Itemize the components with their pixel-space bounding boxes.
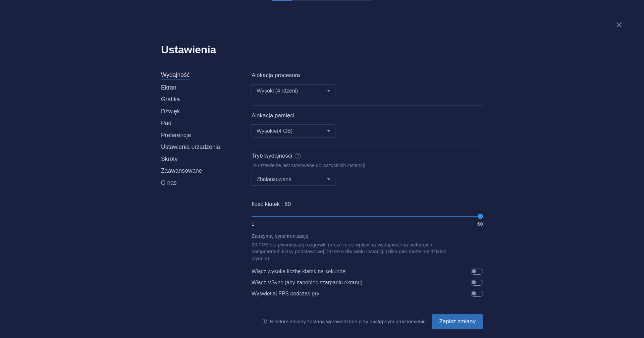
sidebar-item-graphics[interactable]: Grafika (161, 97, 180, 109)
content-panel: Alokacja procesora Wysoki (4 rdzeni) Alo… (238, 72, 483, 329)
slider-track (252, 216, 483, 217)
fps-slider[interactable] (252, 213, 483, 220)
memory-allocation-select[interactable]: Wysokie(4 GB) (252, 124, 335, 137)
memory-allocation-value: Wysokie(4 GB) (257, 128, 292, 134)
top-border (292, 0, 372, 1)
cpu-allocation-value: Wysoki (4 rdzeni) (257, 88, 298, 94)
sidebar-item-shortcuts[interactable]: Skróty (161, 156, 178, 168)
page-title: Ustawienia (161, 44, 483, 56)
sidebar-item-sound[interactable]: Dźwięk (161, 109, 180, 121)
info-icon: i (262, 319, 267, 324)
vsync-toggle[interactable] (471, 280, 483, 286)
chevron-down-icon (327, 130, 330, 132)
sidebar-item-performance[interactable]: Wydajność (161, 72, 190, 79)
performance-mode-select[interactable]: Zbalansowana (252, 173, 335, 186)
sidebar-item-advanced[interactable]: Zaawansowane (161, 168, 202, 180)
chevron-down-icon (327, 178, 330, 180)
footer-info: i Niektóre zmiany zostaną wprowadzone pr… (262, 319, 426, 324)
cpu-allocation-label: Alokacja procesora (252, 72, 483, 79)
fps-label: Ilość klatek : 60 (252, 201, 483, 208)
performance-mode-sublabel: To ustawienie jest stosowane do wszystki… (252, 163, 483, 168)
sidebar-item-preferences[interactable]: Preferencje (161, 132, 191, 145)
top-tab-accent (272, 0, 292, 1)
performance-mode-label: Tryb wydajności ? (252, 153, 483, 159)
sync-title: Zatrzymaj synchronizację (252, 233, 483, 239)
fps-max: 60 (477, 221, 483, 227)
fps-description: 60 FPS dla płynniejszej rozgrywki (może … (252, 241, 453, 262)
show-fps-label: Wyświetlaj FPS podczas gry (252, 291, 319, 297)
cpu-allocation-select[interactable]: Wysoki (4 rdzeni) (252, 84, 335, 97)
high-fps-label: Włącz wysoką liczbę klatek na sekundę (252, 269, 345, 275)
help-icon[interactable]: ? (295, 153, 301, 159)
show-fps-toggle[interactable] (471, 291, 483, 297)
close-button[interactable] (615, 21, 623, 29)
sidebar-item-display[interactable]: Ekran (161, 85, 176, 97)
vsync-label: Włącz VSync (aby zapobiec szarpaniu ekra… (252, 280, 363, 286)
save-button[interactable]: Zapisz zmiany (432, 314, 483, 329)
fps-min: 1 (252, 221, 255, 227)
memory-allocation-label: Alokacja pamięci (252, 112, 483, 119)
performance-mode-value: Zbalansowana (257, 176, 291, 182)
sidebar-item-about[interactable]: O nas (161, 180, 177, 192)
high-fps-toggle[interactable] (471, 269, 483, 275)
sidebar-item-gamepad[interactable]: Pad (161, 120, 171, 132)
slider-thumb[interactable] (478, 214, 483, 219)
chevron-down-icon (327, 90, 330, 92)
settings-sidebar: Wydajność Ekran Grafika Dźwięk Pad Prefe… (161, 72, 238, 329)
sidebar-item-device[interactable]: Ustawienia urządzenia (161, 144, 220, 156)
